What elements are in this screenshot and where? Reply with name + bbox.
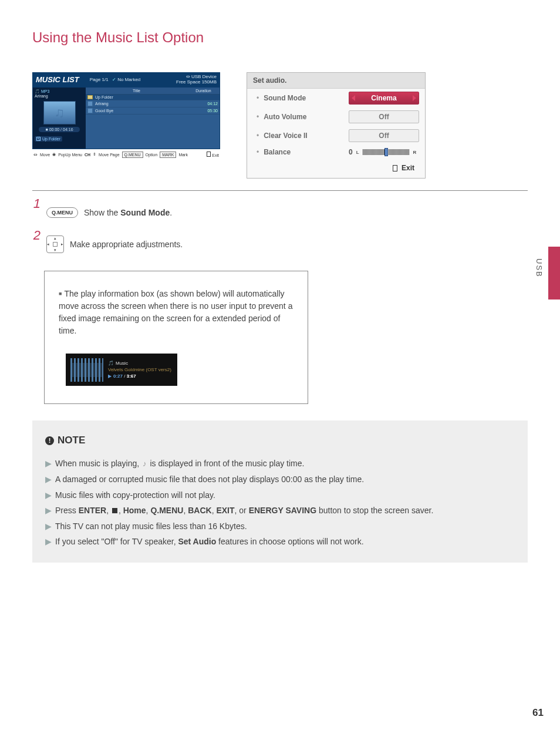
mark-key: MARK <box>160 152 176 158</box>
free-space-label: Free Space 150MB <box>176 79 217 85</box>
track-name: Velvets Goldmine (OST vers2) <box>108 366 171 373</box>
step-1-text: Show the Sound Mode. <box>84 208 172 217</box>
col-title: Title <box>86 88 187 94</box>
mp3-folder-label: 🎵 MP3 <box>35 89 84 94</box>
play-info-box: 🎵Music Velvets Goldmine (OST vers2) ▶0:2… <box>66 354 177 386</box>
music-list-page-info: Page 1/1 <box>90 77 109 82</box>
track-icon <box>87 108 93 113</box>
page-number: 61 <box>532 707 544 719</box>
play-time-indicator: ■ 00:00 / 04:16 <box>39 127 80 132</box>
col-duration: Duration <box>187 88 220 94</box>
right-arrow-icon <box>413 95 416 101</box>
music-list-title: MUSIC LIST <box>36 75 79 84</box>
exit-icon <box>207 152 211 157</box>
up-arrow-icon: ↰ <box>36 137 41 141</box>
side-tab <box>548 247 560 300</box>
side-tab-label: USB <box>535 258 544 278</box>
note-box: ! NOTE ▶When music is playing, ♪ is disp… <box>32 420 528 563</box>
music-list-footer: ⇔ Move ◉ PopUp Menu CH ⇕ Move Page Q.MEN… <box>32 149 220 158</box>
balance-slider[interactable] <box>363 149 410 155</box>
list-item[interactable]: Arirang 04:12 <box>86 100 220 107</box>
stop-icon <box>112 508 117 513</box>
sound-mode-value[interactable]: Cinema <box>349 92 419 105</box>
clear-voice-value[interactable]: Off <box>349 129 419 142</box>
left-arrow-icon <box>352 95 355 101</box>
folder-icon <box>87 95 93 99</box>
visualizer-icon <box>70 358 103 382</box>
play-icon: ▶ <box>108 374 112 379</box>
exit-label[interactable]: Exit <box>402 164 414 172</box>
music-note-icon: ♪ <box>143 459 147 468</box>
up-folder-button[interactable]: ↰ Up Folder <box>35 136 62 142</box>
step-2-text: Make appropriate adjustments. <box>70 240 183 249</box>
list-item[interactable]: Good Bye 05:30 <box>86 107 220 115</box>
qmenu-key-oval: Q.MENU <box>46 207 78 218</box>
clear-voice-label: Clear Voice II <box>264 132 349 140</box>
step-number-1: 1 <box>32 196 41 211</box>
info-icon: ! <box>45 436 54 445</box>
music-list-screenshot: MUSIC LIST Page 1/1 ✓ No Marked ⇔ USB De… <box>32 72 220 179</box>
set-audio-title: Set audio. <box>247 73 425 89</box>
auto-volume-label: Auto Volume <box>264 113 349 121</box>
move-icon: ⇔ <box>33 152 38 157</box>
note-title: NOTE <box>58 431 85 450</box>
sound-mode-label: Sound Mode <box>264 94 349 102</box>
info-box: ■The play information box (as shown belo… <box>44 271 308 404</box>
set-audio-panel: Set audio. • Sound Mode Cinema • Auto Vo… <box>247 72 426 179</box>
step-number-2: 2 <box>32 228 41 243</box>
album-name: Arirang <box>35 94 84 98</box>
balance-label: Balance <box>264 148 349 156</box>
exit-icon <box>393 165 397 171</box>
track-icon <box>87 101 93 106</box>
auto-volume-value[interactable]: Off <box>349 110 419 123</box>
page-updown-icon: ⇕ <box>93 152 96 157</box>
album-art-icon: ♫ <box>43 101 76 124</box>
enter-icon: ◉ <box>52 152 56 157</box>
qmenu-key: Q.MENU <box>122 152 143 158</box>
balance-value[interactable]: 0 L R <box>349 148 419 156</box>
music-list-marked: ✓ No Marked <box>111 77 141 82</box>
music-note-icon: 🎵 <box>108 361 114 366</box>
usb-device-label: ⇔ USB Device <box>186 74 217 79</box>
section-title: Using the Music List Option <box>32 29 528 46</box>
list-item[interactable]: Up Folder <box>86 95 220 100</box>
dpad-icon: ▴▾◂▸ <box>46 235 64 253</box>
